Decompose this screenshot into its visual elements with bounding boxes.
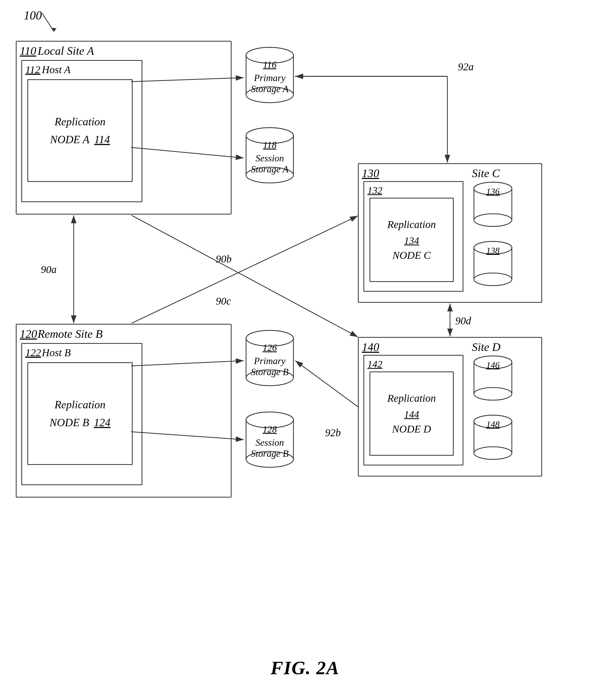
node-c-label: NODE C xyxy=(392,249,431,261)
node-b-label: NODE B xyxy=(49,416,89,429)
remote-site-b-ref: 120 xyxy=(20,327,37,341)
conn-label-90b: 90b xyxy=(216,253,231,265)
primary-storage-a: 116 Primary Storage A xyxy=(245,46,295,105)
remote-site-b-label: Remote Site B xyxy=(38,327,103,341)
site-d-ref: 140 xyxy=(362,340,379,354)
session-storage-b-ref: 128 xyxy=(245,424,295,435)
node-a-label: NODE A xyxy=(50,133,90,146)
figure-label: FIG. 2A xyxy=(271,657,339,679)
site-c-box: 130 Site C 132 Replication 134 NODE C 13… xyxy=(358,163,542,303)
session-storage-b: 128 Session Storage B xyxy=(245,411,295,470)
svg-point-24 xyxy=(474,273,512,286)
site-c-label: Site C xyxy=(472,166,500,180)
host-b-label: Host B xyxy=(42,347,71,359)
local-site-a-box: 110 Local Site A 112 Host A Replication … xyxy=(16,41,231,214)
local-site-a-label: Local Site A xyxy=(38,44,94,58)
host-b-ref: 122 xyxy=(25,347,41,359)
conn-label-90d: 90d xyxy=(455,315,471,327)
svg-point-32 xyxy=(474,447,512,459)
node-d-ref: 144 xyxy=(404,409,419,420)
primary-storage-a-line1: Primary xyxy=(245,73,295,83)
primary-storage-b-line2: Storage B xyxy=(245,366,295,378)
svg-point-20 xyxy=(474,214,512,226)
site-d-storage-2: 148 xyxy=(472,414,514,463)
site-d-box: 140 Site D 142 Replication 144 NODE D 14… xyxy=(358,337,542,477)
session-storage-b-line2: Storage B xyxy=(245,448,295,459)
svg-point-28 xyxy=(474,387,512,400)
node-d-label: NODE D xyxy=(392,423,431,435)
primary-storage-b: 126 Primary Storage B xyxy=(245,329,295,388)
site-c-replication-box-ref: 132 xyxy=(367,185,382,196)
primary-storage-a-ref: 116 xyxy=(245,59,295,70)
local-site-a-ref: 110 xyxy=(20,44,36,58)
node-a-replication-label: Replication xyxy=(54,115,106,128)
primary-storage-b-line1: Primary xyxy=(245,355,295,366)
node-b-box: Replication NODE B 124 xyxy=(27,362,133,465)
host-a-ref: 112 xyxy=(25,63,40,76)
session-storage-a: 118 Session Storage A xyxy=(245,126,295,185)
site-d-storage-1: 146 xyxy=(472,355,514,403)
host-a-label: Host A xyxy=(42,63,70,76)
svg-line-44 xyxy=(295,361,358,407)
svg-marker-1 xyxy=(51,28,57,32)
session-storage-a-line1: Session xyxy=(245,153,295,164)
node-c-replication-label: Replication xyxy=(387,218,436,230)
site-d-label: Site D xyxy=(472,340,500,354)
site-c-storage1-ref: 136 xyxy=(472,186,514,196)
svg-line-0 xyxy=(42,13,54,32)
node-c-outer-box: 132 Replication 134 NODE C xyxy=(364,181,463,292)
node-a-ref: 114 xyxy=(94,133,110,146)
ref-100: 100 xyxy=(24,9,42,22)
node-b-ref: 124 xyxy=(94,416,111,429)
svg-line-47 xyxy=(132,216,358,323)
host-b-box: 122 Host B Replication NODE B 124 xyxy=(21,343,142,485)
primary-storage-b-ref: 126 xyxy=(245,342,295,353)
site-c-storage2-ref: 138 xyxy=(472,245,514,256)
site-d-storage2-ref: 148 xyxy=(472,419,514,429)
session-storage-a-line2: Storage A xyxy=(245,164,295,175)
node-d-outer-box: 142 Replication 144 NODE D xyxy=(364,355,463,465)
node-d-replication-label: Replication xyxy=(387,392,436,404)
site-d-replication-box-ref: 142 xyxy=(367,358,382,370)
remote-site-b-box: 120 Remote Site B 122 Host B Replication… xyxy=(16,324,231,497)
node-c-box: Replication 134 NODE C xyxy=(369,198,454,282)
node-a-box: Replication NODE A 114 xyxy=(27,79,133,182)
site-c-ref: 130 xyxy=(362,166,379,180)
node-d-box: Replication 144 NODE D xyxy=(369,371,454,456)
node-b-replication-label: Replication xyxy=(54,398,106,411)
site-c-storage-2: 138 xyxy=(472,240,514,289)
conn-label-90a: 90a xyxy=(41,263,57,276)
conn-label-90c: 90c xyxy=(216,295,231,307)
primary-storage-a-line2: Storage A xyxy=(245,83,295,95)
site-d-storage1-ref: 146 xyxy=(472,360,514,370)
node-c-ref: 134 xyxy=(404,235,419,246)
host-a-box: 112 Host A Replication NODE A 114 xyxy=(21,60,142,202)
conn-label-92b: 92b xyxy=(325,427,341,439)
svg-line-46 xyxy=(132,215,358,337)
session-storage-b-line1: Session xyxy=(245,437,295,448)
session-storage-a-ref: 118 xyxy=(245,140,295,150)
conn-label-92a: 92a xyxy=(458,61,474,73)
site-c-storage-1: 136 xyxy=(472,181,514,229)
